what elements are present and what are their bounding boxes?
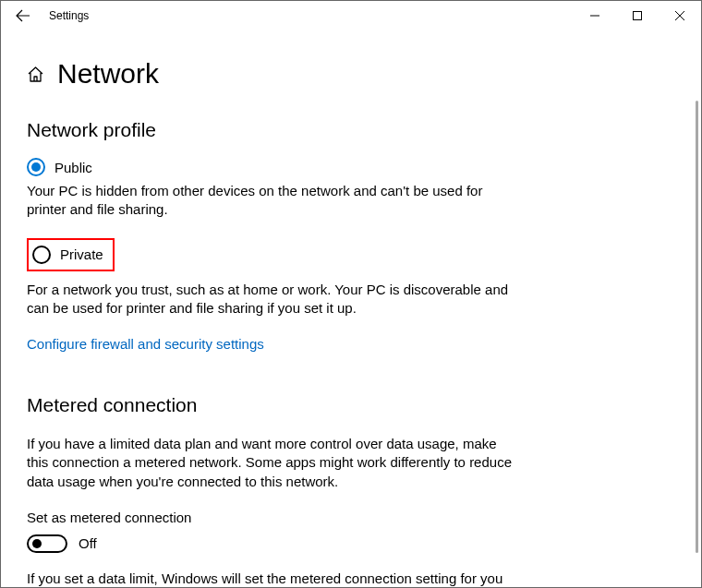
minimize-icon	[590, 11, 599, 20]
metered-connection-heading: Metered connection	[27, 394, 675, 416]
private-radio-label: Private	[60, 246, 103, 262]
private-radio-option[interactable]: Private	[32, 246, 103, 264]
back-button[interactable]	[10, 3, 36, 29]
minimize-button[interactable]	[574, 1, 616, 30]
public-radio-label: Public	[54, 160, 92, 175]
metered-toggle-label: Set as metered connection	[27, 510, 675, 525]
metered-description: If you have a limited data plan and want…	[27, 435, 516, 491]
home-icon[interactable]	[27, 66, 44, 83]
window-title: Settings	[49, 9, 89, 22]
toggle-knob-icon	[32, 539, 42, 548]
radio-unselected-icon	[32, 246, 51, 264]
arrow-left-icon	[16, 8, 30, 23]
metered-toggle-row: Off	[27, 534, 675, 553]
scrollbar[interactable]	[696, 101, 698, 553]
metered-toggle-value: Off	[79, 535, 97, 551]
svg-rect-0	[634, 12, 642, 20]
titlebar: Settings	[1, 1, 701, 30]
public-radio-option[interactable]: Public	[27, 158, 675, 176]
page-header: Network	[27, 58, 675, 90]
network-profile-heading: Network profile	[27, 119, 675, 141]
data-limit-note: If you set a data limit, Windows will se…	[27, 570, 516, 587]
configure-firewall-link[interactable]: Configure firewall and security settings	[27, 336, 675, 352]
metered-toggle[interactable]	[27, 534, 67, 553]
content-area: Network Network profile Public Your PC i…	[1, 30, 701, 587]
private-radio-highlight: Private	[27, 238, 115, 271]
maximize-icon	[633, 11, 642, 20]
maximize-button[interactable]	[616, 1, 659, 30]
public-description: Your PC is hidden from other devices on …	[27, 182, 516, 220]
close-icon	[675, 11, 684, 20]
private-description: For a network you trust, such as at home…	[27, 281, 516, 318]
radio-selected-icon	[27, 158, 45, 176]
scrollbar-thumb[interactable]	[696, 101, 698, 553]
page-title: Network	[57, 58, 159, 90]
close-button[interactable]	[659, 1, 701, 30]
